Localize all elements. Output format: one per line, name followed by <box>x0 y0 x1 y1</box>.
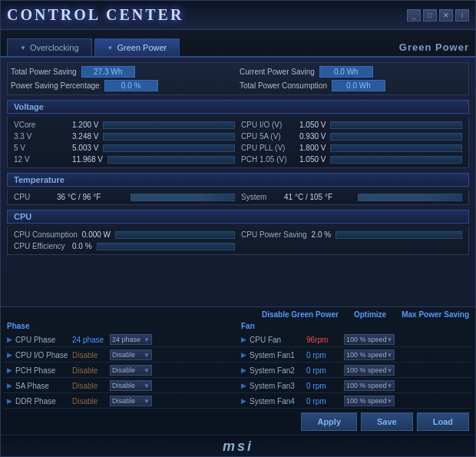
cpu-io-phase-dropdown-value: Disable <box>112 351 135 359</box>
minimize-button[interactable]: _ <box>407 9 421 22</box>
sys-fan2-row: ▶ System Fan2 0 rpm 100 % speed ▼ <box>238 363 472 378</box>
pch-phase-arrow-icon: ▶ <box>7 366 12 374</box>
sys-fan1-row: ▶ System Fan1 0 rpm 100 % speed ▼ <box>238 348 472 363</box>
sys-fan1-dropdown[interactable]: 100 % speed ▼ <box>344 349 395 360</box>
sys-fan3-row: ▶ System Fan3 0 rpm 100 % speed ▼ <box>238 379 472 393</box>
close-button[interactable]: ✕ <box>439 9 453 22</box>
sa-phase-dropdown-value: Disable <box>112 382 135 389</box>
ddr-phase-dropdown[interactable]: Disable ▼ <box>110 396 152 406</box>
cpu-consumption-value: 0.000 W <box>82 230 111 239</box>
v12-label: 12 V <box>14 155 68 164</box>
v5-value: 5.003 V <box>72 144 98 152</box>
power-saving-pct-group: Power Saving Percentage 0.0 % <box>11 80 236 91</box>
ddr-phase-current: Disable <box>72 397 107 406</box>
cpu-pll-label: CPU PLL (V) <box>241 144 295 152</box>
sys-fan4-row: ▶ System Fan4 0 rpm 100 % speed ▼ <box>238 394 472 409</box>
cpu-pll-row: CPU PLL (V) 1.800 V <box>241 143 462 153</box>
phase-fan-table: Phase ▶ CPU Phase 24 phase 24 phase ▼ ▶ … <box>1 320 475 409</box>
pch-phase-name: PCH Phase <box>15 366 69 375</box>
sys-fan4-name: System Fan4 <box>250 397 303 406</box>
temperature-section-header: Temperature <box>7 173 469 187</box>
pch105-bar <box>330 156 462 164</box>
cpu-power-saving-label: CPU Power Saving <box>241 230 307 239</box>
cpu-phase-dropdown[interactable]: 24 phase ▼ <box>110 334 152 345</box>
cpu5a-label: CPU 5A (V) <box>241 132 295 141</box>
apply-button[interactable]: Apply <box>301 412 357 431</box>
pch-phase-dropdown[interactable]: Disable ▼ <box>110 365 152 376</box>
voltage-grid: VCore 1.200 V CPU I/O (V) 1.050 V 3.3 V … <box>7 117 469 168</box>
pch105-row: PCH 1.05 (V) 1.050 V <box>241 154 462 164</box>
sys-fan4-dropdown-value: 100 % speed <box>346 397 387 405</box>
sys-fan1-arrow-icon: ▶ <box>241 351 246 359</box>
cpu-power-saving-row: CPU Power Saving 2.0 % <box>241 230 462 240</box>
ddr-phase-dropdown-value: Disable <box>112 397 135 405</box>
current-power-saving-label: Current Power Saving <box>240 68 315 76</box>
phase-column: Phase ▶ CPU Phase 24 phase 24 phase ▼ ▶ … <box>4 320 238 409</box>
max-power-saving-btn[interactable]: Max Power Saving <box>402 310 469 319</box>
cpu5a-bar <box>330 133 462 141</box>
tab-overclocking-label: Overclocking <box>30 43 79 52</box>
sys-fan2-dropdown[interactable]: 100 % speed ▼ <box>344 365 395 376</box>
sa-phase-row: ▶ SA Phase Disable Disable ▼ <box>4 379 238 393</box>
main-content: Total Power Saving 27.3 Wh Power Saving … <box>1 58 475 306</box>
total-power-saving-value: 27.3 Wh <box>81 66 135 78</box>
cpu-power-saving-value: 2.0 % <box>312 230 332 239</box>
cpu-io-label: CPU I/O (V) <box>241 121 295 129</box>
ddr-phase-name: DDR Phase <box>15 397 69 406</box>
sys-fan4-dropdown[interactable]: 100 % speed ▼ <box>344 396 395 406</box>
sys-fan2-dropdown-value: 100 % speed <box>346 366 387 374</box>
sys-fan3-dropdown-value: 100 % speed <box>346 382 387 389</box>
sys-fan3-dropdown[interactable]: 100 % speed ▼ <box>344 380 395 391</box>
cpu-io-phase-row: ▶ CPU I/O Phase Disable Disable ▼ <box>4 348 238 363</box>
cpu-temp-bar <box>131 194 235 201</box>
cpu-fan-current: 96rpm <box>306 336 341 344</box>
sys-fan2-arrow-icon: ▶ <box>241 366 246 374</box>
sys-fan4-arrow-icon: ▶ <box>241 397 246 405</box>
maximize-button[interactable]: □ <box>423 9 437 22</box>
cpu-io-phase-name: CPU I/O Phase <box>15 351 69 359</box>
cpu-fan-dropdown[interactable]: 100 % speed ▼ <box>344 334 395 345</box>
sys-fan1-name: System Fan1 <box>250 351 303 359</box>
info-button[interactable]: i <box>455 9 469 22</box>
cpu-phase-dropdown-value: 24 phase <box>112 336 140 343</box>
cpu-grid: CPU Consumption 0.000 W CPU Power Saving… <box>7 227 469 255</box>
v12-bar <box>107 156 235 164</box>
tab-green-power-label: Green Power <box>117 43 167 52</box>
optimize-btn[interactable]: Optimize <box>354 310 386 319</box>
cpu-consumption-bar <box>115 231 235 239</box>
tab-arrow-icon: ▼ <box>20 45 26 51</box>
v12-value: 11.968 V <box>72 155 103 164</box>
total-power-saving-label: Total Power Saving <box>11 68 77 76</box>
save-button[interactable]: Save <box>361 412 413 431</box>
sa-phase-current: Disable <box>72 382 107 390</box>
sa-phase-dropdown[interactable]: Disable ▼ <box>110 380 152 391</box>
cpu-section-header: CPU <box>7 210 469 224</box>
sys-fan2-dropdown-arrow: ▼ <box>387 367 393 374</box>
cpu-consumption-row: CPU Consumption 0.000 W <box>14 230 235 240</box>
pch-phase-dropdown-value: Disable <box>112 366 135 374</box>
cpu-phase-name: CPU Phase <box>15 336 69 344</box>
disable-green-power-btn[interactable]: Disable Green Power <box>262 310 339 319</box>
tab-green-power[interactable]: ▼ Green Power <box>94 38 180 56</box>
fan-column: Fan ▶ CPU Fan 96rpm 100 % speed ▼ ▶ Syst… <box>238 320 472 409</box>
v33-bar <box>103 133 235 141</box>
total-power-consumption-label: Total Power Consumption <box>240 81 327 90</box>
pch-phase-dropdown-arrow: ▼ <box>144 367 150 374</box>
v5-row: 5 V 5.003 V <box>14 143 235 153</box>
cpu-io-phase-dropdown[interactable]: Disable ▼ <box>110 349 152 360</box>
cpu-power-saving-bar <box>336 231 462 239</box>
section-label: Green Power <box>399 41 469 56</box>
total-power-saving-group: Total Power Saving 27.3 Wh <box>11 66 236 78</box>
cpu-fan-row: ▶ CPU Fan 96rpm 100 % speed ▼ <box>238 333 472 347</box>
cpu-io-phase-current: Disable <box>72 351 107 359</box>
sys-fan1-dropdown-value: 100 % speed <box>346 351 387 359</box>
main-window: Control Center _ □ ✕ i ▼ Overclocking ▼ … <box>0 0 476 457</box>
cpu5a-row: CPU 5A (V) 0.930 V <box>241 131 462 141</box>
window-controls: _ □ ✕ i <box>407 9 469 22</box>
pch-phase-row: ▶ PCH Phase Disable Disable ▼ <box>4 363 238 378</box>
load-button[interactable]: Load <box>417 412 469 431</box>
cpu-efficiency-bar <box>97 243 235 250</box>
ddr-phase-row: ▶ DDR Phase Disable Disable ▼ <box>4 394 238 409</box>
cpu-fan-dropdown-value: 100 % speed <box>346 336 387 343</box>
tab-overclocking[interactable]: ▼ Overclocking <box>7 38 92 56</box>
